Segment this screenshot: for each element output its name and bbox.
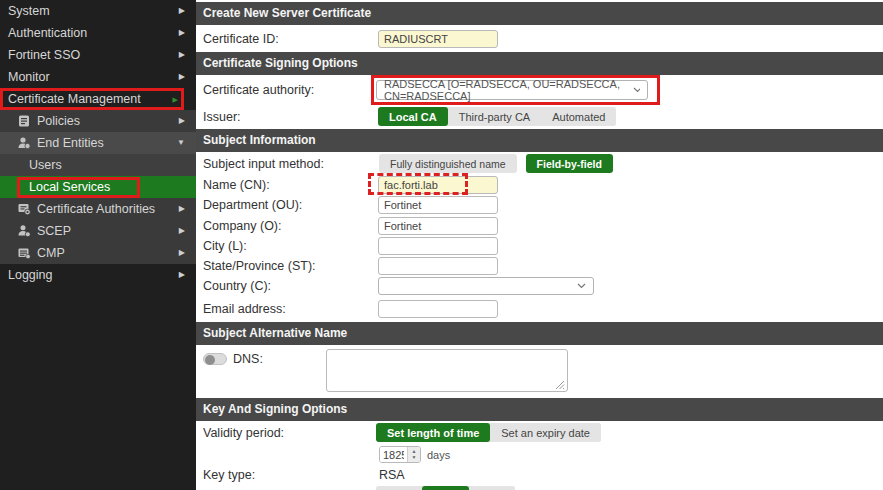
section-subject-information: Subject Information: [196, 129, 883, 152]
country-select[interactable]: [378, 277, 594, 295]
dns-toggle[interactable]: [203, 353, 227, 365]
issuer-automated-button[interactable]: Automated: [541, 107, 616, 126]
validity-button-group: Set length of time Set an expiry date: [376, 423, 601, 442]
days-label: days: [427, 449, 450, 461]
sidebar-item-users[interactable]: Users: [0, 154, 196, 176]
certificate-id-row: Certificate ID:: [196, 25, 883, 52]
email-row: Email address:: [196, 296, 883, 322]
sidebar-item-label: End Entities: [37, 136, 104, 150]
key-type-label: Key type:: [196, 468, 371, 482]
chevron-right-icon: ▶: [179, 73, 185, 81]
validity-days-stepper[interactable]: ▲▼: [379, 446, 421, 463]
sidebar-item-logging[interactable]: Logging ▶: [0, 264, 196, 286]
chevron-down-icon: [577, 283, 586, 289]
chevron-right-icon: ▶: [179, 29, 185, 37]
company-o-label: Company (O):: [196, 219, 371, 233]
chevron-down-icon: ▼: [177, 139, 185, 147]
dns-textarea[interactable]: [326, 349, 568, 392]
sidebar-item-label: System: [8, 4, 50, 18]
sidebar-item-label: SCEP: [37, 224, 71, 238]
sidebar-item-certificate-authorities[interactable]: Certificate Authorities ▶: [0, 198, 196, 220]
end-entities-icon: [17, 136, 31, 150]
sidebar-item-scep[interactable]: SCEP ▶: [0, 220, 196, 242]
sidebar-item-local-services[interactable]: Local Services: [0, 176, 196, 198]
chevron-right-icon: ▶: [179, 117, 185, 125]
key-size-1024-button[interactable]: 1024: [376, 486, 422, 490]
certificate-authorities-icon: [17, 202, 31, 216]
company-o-row: Company (O):: [196, 215, 883, 236]
department-ou-row: Department (OU):: [196, 195, 883, 215]
validity-period-row: Validity period: Set length of time Set …: [196, 421, 883, 444]
issuer-row: Issuer: Local CA Third-party CA Automate…: [196, 104, 883, 129]
validity-days-input[interactable]: [380, 447, 407, 462]
sidebar-nav: System ▶ Authentication ▶ Fortinet SSO ▶…: [0, 0, 196, 490]
chevron-right-icon: ▶: [179, 271, 185, 279]
chevron-right-icon: ▶: [179, 249, 185, 257]
key-size-4096-button[interactable]: 4096: [469, 486, 515, 490]
certificate-authority-value: RADSECCA [O=RADSECCA, OU=RADSECCA, CN=RA…: [384, 78, 633, 102]
subject-input-method-row: Subject input method: Fully distinguishe…: [196, 153, 883, 174]
highlight-box: RADSECCA [O=RADSECCA, OU=RADSECCA, CN=RA…: [371, 75, 660, 105]
key-size-button-group: 1024 2048 4096: [376, 486, 515, 490]
resize-handle-icon[interactable]: [555, 380, 565, 390]
state-province-label: State/Province (ST):: [196, 259, 371, 273]
cmp-icon: [17, 246, 31, 260]
issuer-label: Issuer:: [196, 110, 371, 124]
sidebar-item-authentication[interactable]: Authentication ▶: [0, 22, 196, 44]
stepper-arrows-icon[interactable]: ▲▼: [407, 447, 420, 462]
field-by-field-button[interactable]: Field-by-field: [526, 154, 613, 173]
certificate-id-input[interactable]: [378, 30, 498, 48]
validity-period-label: Validity period:: [196, 426, 371, 440]
sidebar-item-label: Certificate Management: [8, 92, 141, 106]
main-content: Create New Server Certificate Certificat…: [196, 0, 883, 490]
department-ou-input[interactable]: [378, 196, 498, 214]
sidebar-item-label: Authentication: [8, 26, 87, 40]
name-cn-label: Name (CN):: [196, 178, 371, 192]
key-size-row: Key size: 1024 2048 4096: [196, 485, 883, 490]
sidebar-item-policies[interactable]: Policies ▶: [0, 110, 196, 132]
state-province-row: State/Province (ST):: [196, 256, 883, 276]
city-l-label: City (L):: [196, 239, 371, 253]
sidebar-item-fortinet-sso[interactable]: Fortinet SSO ▶: [0, 44, 196, 66]
set-length-of-time-button[interactable]: Set length of time: [376, 423, 490, 442]
issuer-local-ca-button[interactable]: Local CA: [378, 107, 448, 126]
city-l-input[interactable]: [378, 237, 498, 255]
certificate-authority-select[interactable]: RADSECCA [O=RADSECCA, OU=RADSECCA, CN=RA…: [376, 80, 648, 100]
dns-label-group: DNS:: [196, 349, 326, 366]
sidebar-item-certificate-management[interactable]: Certificate Management ▶: [0, 88, 184, 110]
issuer-third-party-ca-button[interactable]: Third-party CA: [448, 107, 542, 126]
expanded-indicator-icon: ▶: [173, 96, 178, 103]
sidebar-item-label: Logging: [8, 268, 53, 282]
sidebar-item-cmp[interactable]: CMP ▶: [0, 242, 196, 264]
country-label: Country (C):: [196, 279, 371, 293]
key-size-2048-button[interactable]: 2048: [422, 486, 468, 490]
sidebar-item-system[interactable]: System ▶: [0, 0, 196, 22]
sidebar-item-monitor[interactable]: Monitor ▶: [0, 66, 196, 88]
country-row: Country (C):: [196, 276, 883, 296]
company-o-input[interactable]: [378, 217, 498, 235]
chevron-right-icon: ▶: [179, 227, 185, 235]
set-expiry-date-button[interactable]: Set an expiry date: [490, 423, 601, 442]
dns-row: DNS:: [196, 345, 883, 392]
sidebar-item-end-entities[interactable]: End Entities ▼: [0, 132, 196, 154]
validity-days-row: ▲▼ days: [196, 444, 883, 465]
chevron-down-icon: [633, 87, 640, 93]
chevron-right-icon: ▶: [179, 51, 185, 59]
email-label: Email address:: [196, 302, 371, 316]
sidebar-item-label: CMP: [37, 246, 65, 260]
toggle-knob: [205, 355, 215, 365]
name-cn-input[interactable]: [378, 176, 498, 194]
subject-input-method-label: Subject input method:: [196, 157, 371, 171]
certificate-id-label: Certificate ID:: [196, 32, 371, 46]
highlight-box: Local Services: [17, 177, 140, 198]
certificate-authority-row: Certificate authority: RADSECCA [O=RADSE…: [196, 75, 883, 104]
fully-distinguished-name-button[interactable]: Fully distinguished name: [379, 154, 517, 173]
city-l-row: City (L):: [196, 236, 883, 256]
state-province-input[interactable]: [378, 257, 498, 275]
page-title: Create New Server Certificate: [196, 2, 883, 25]
sidebar-item-label: Local Services: [29, 180, 110, 194]
sidebar-item-label: Policies: [37, 114, 80, 128]
section-subject-alternative-name: Subject Alternative Name: [196, 322, 883, 345]
email-input[interactable]: [378, 300, 498, 318]
name-cn-row: Name (CN):: [196, 174, 883, 195]
